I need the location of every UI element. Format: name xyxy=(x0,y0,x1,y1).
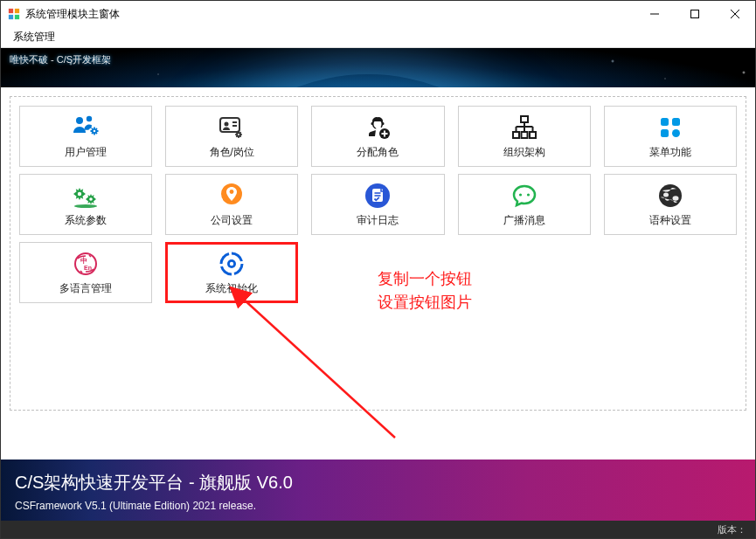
tile-grid: 用户管理 角色/岗位 分配角色 xyxy=(19,106,737,303)
tile-label: 多语言管理 xyxy=(59,281,112,296)
tile-label: 组织架构 xyxy=(503,145,545,160)
menu-system[interactable]: 系统管理 xyxy=(8,28,60,46)
svg-rect-36 xyxy=(521,116,528,122)
annotation-arrow-icon xyxy=(225,280,434,446)
grid-tiles-icon xyxy=(656,114,684,142)
svg-line-69 xyxy=(242,298,395,438)
tile-panel: 用户管理 角色/岗位 分配角色 xyxy=(10,96,746,411)
tile-label: 广播消息 xyxy=(503,213,545,228)
tile-role-post[interactable]: 角色/岗位 xyxy=(165,106,298,167)
svg-line-15 xyxy=(92,128,93,129)
svg-rect-47 xyxy=(661,129,669,137)
svg-rect-48 xyxy=(672,129,680,137)
titlebar: 系统管理模块主窗体 xyxy=(1,1,755,27)
gears-icon xyxy=(72,182,100,210)
banner-text: 唯快不破 - C/S开发框架 xyxy=(10,53,111,66)
tile-label: 用户管理 xyxy=(65,145,107,160)
tile-assign-role[interactable]: 分配角色 xyxy=(311,106,444,167)
svg-rect-46 xyxy=(672,118,680,126)
svg-rect-5 xyxy=(691,10,699,18)
tile-menu-func[interactable]: 菜单功能 xyxy=(604,106,737,167)
svg-text:中: 中 xyxy=(80,257,87,265)
refresh-circle-icon xyxy=(218,250,246,278)
main-window: 系统管理模块主窗体 系统管理 唯快不破 - C/S开发框架 xyxy=(0,0,756,539)
svg-line-18 xyxy=(96,128,97,129)
svg-line-17 xyxy=(92,133,93,134)
svg-point-20 xyxy=(225,121,229,126)
tile-user-mgmt[interactable]: 用户管理 xyxy=(19,106,152,167)
globe-icon xyxy=(656,182,684,210)
svg-point-8 xyxy=(76,117,83,124)
svg-point-68 xyxy=(230,261,233,265)
minimize-button[interactable] xyxy=(635,1,675,27)
tile-label: 角色/岗位 xyxy=(210,145,254,160)
app-icon xyxy=(8,8,20,20)
svg-rect-39 xyxy=(530,132,536,138)
svg-point-54 xyxy=(230,190,234,194)
svg-point-63 xyxy=(672,196,678,201)
tile-label: 语种设置 xyxy=(649,213,691,228)
svg-line-28 xyxy=(237,132,238,133)
location-pin-icon xyxy=(218,182,246,210)
svg-rect-1 xyxy=(15,9,19,13)
org-chart-icon xyxy=(510,114,538,142)
close-button[interactable] xyxy=(715,1,755,27)
tile-multilang[interactable]: 中En 多语言管理 xyxy=(19,242,152,303)
svg-line-31 xyxy=(240,132,241,133)
window-title: 系统管理模块主窗体 xyxy=(25,7,120,22)
tile-label: 系统参数 xyxy=(65,213,107,228)
tile-sys-init[interactable]: 系统初始化 xyxy=(165,242,298,303)
statusbar: 版本： xyxy=(1,521,755,538)
svg-rect-0 xyxy=(9,9,13,13)
svg-rect-38 xyxy=(521,132,527,138)
maximize-button[interactable] xyxy=(675,1,715,27)
svg-point-59 xyxy=(519,193,522,196)
svg-point-10 xyxy=(93,128,96,132)
svg-point-23 xyxy=(237,133,240,136)
window-controls xyxy=(635,1,755,27)
tile-label: 公司设置 xyxy=(211,213,253,228)
svg-line-30 xyxy=(237,135,238,136)
tile-language[interactable]: 语种设置 xyxy=(604,174,737,235)
svg-line-16 xyxy=(96,133,97,134)
tile-label: 分配角色 xyxy=(357,145,399,160)
lang-zh-en-icon: 中En xyxy=(72,250,100,278)
footer-title: C/S架构快速开发平台 - 旗舰版 V6.0 xyxy=(15,471,741,494)
svg-rect-45 xyxy=(661,118,669,126)
svg-text:En: En xyxy=(84,265,92,271)
svg-point-62 xyxy=(663,192,669,197)
svg-rect-37 xyxy=(513,132,519,138)
tile-audit-log[interactable]: 审计日志 xyxy=(311,174,444,235)
agent-plus-icon xyxy=(364,114,392,142)
svg-point-61 xyxy=(659,184,682,207)
tile-label: 系统初始化 xyxy=(205,281,258,296)
chat-bubble-icon xyxy=(510,182,538,210)
tile-company[interactable]: 公司设置 xyxy=(165,174,298,235)
users-gear-icon xyxy=(72,114,100,142)
id-gear-icon xyxy=(218,114,246,142)
tile-label: 审计日志 xyxy=(357,213,399,228)
svg-point-52 xyxy=(74,204,97,208)
footer-banner: C/S架构快速开发平台 - 旗舰版 V6.0 CSFramework V5.1 … xyxy=(1,460,755,521)
svg-line-29 xyxy=(240,135,241,136)
svg-point-51 xyxy=(89,197,93,201)
banner: 唯快不破 - C/S开发框架 xyxy=(1,48,755,87)
version-label: 版本： xyxy=(718,523,746,536)
svg-rect-2 xyxy=(9,15,13,19)
tile-org-struct[interactable]: 组织架构 xyxy=(458,106,591,167)
tile-sys-param[interactable]: 系统参数 xyxy=(19,174,152,235)
menubar: 系统管理 xyxy=(1,27,755,48)
svg-point-50 xyxy=(78,191,81,195)
tile-label: 菜单功能 xyxy=(649,145,691,160)
svg-point-60 xyxy=(527,193,530,196)
footer-subtitle: CSFramework V5.1 (Ultimate Edition) 2021… xyxy=(15,500,741,512)
tile-broadcast[interactable]: 广播消息 xyxy=(458,174,591,235)
content-area: 用户管理 角色/岗位 分配角色 xyxy=(1,87,755,460)
document-check-icon xyxy=(364,182,392,210)
svg-rect-3 xyxy=(15,15,19,19)
svg-point-9 xyxy=(87,115,92,121)
